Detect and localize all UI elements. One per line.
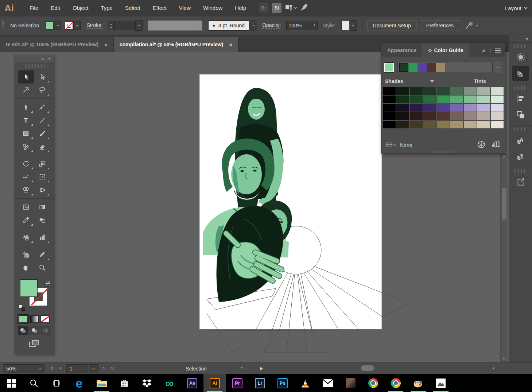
harmony-swatch[interactable]: [427, 63, 436, 72]
stroke-label[interactable]: Stroke:: [86, 22, 102, 29]
none-mode-button[interactable]: [40, 315, 50, 323]
close-panel-icon[interactable]: ×: [48, 56, 51, 61]
shade-swatch[interactable]: [464, 96, 477, 103]
shade-swatch[interactable]: [477, 96, 490, 103]
screen-mode-button[interactable]: [29, 340, 40, 349]
draw-inside-button[interactable]: [40, 326, 51, 335]
shade-swatch[interactable]: [477, 87, 490, 95]
shade-swatch[interactable]: [410, 121, 423, 128]
taskbar-chrome-2-icon[interactable]: [384, 374, 407, 392]
brush-dropdown[interactable]: [250, 20, 257, 31]
pen-tool[interactable]: [18, 101, 34, 114]
hand-tool[interactable]: [18, 261, 34, 274]
scroll-down-icon[interactable]: [503, 356, 505, 362]
menu-item-view[interactable]: View: [173, 0, 197, 16]
scroll-right-icon[interactable]: [490, 368, 496, 369]
shade-swatch[interactable]: [477, 104, 490, 112]
arrange-documents-icon[interactable]: [285, 5, 296, 11]
shade-swatch[interactable]: [383, 112, 396, 120]
tab-appearance[interactable]: Appearance: [381, 43, 422, 57]
direct-selection-tool[interactable]: [34, 70, 50, 84]
dock-group-grip[interactable]: [514, 44, 527, 48]
current-color-swatch[interactable]: [384, 63, 394, 72]
zoom-dropdown[interactable]: [35, 364, 44, 373]
style-dropdown[interactable]: [350, 20, 357, 31]
column-graph-tool[interactable]: [34, 231, 50, 244]
tools-panel-grip[interactable]: [24, 64, 45, 68]
taskbar-edge-icon[interactable]: e: [68, 374, 90, 392]
document-tab-2[interactable]: compilation.ai* @ 50% (RGB/GPU Preview)×: [114, 37, 238, 52]
taskbar-file-explorer-icon[interactable]: [90, 374, 113, 392]
draw-normal-button[interactable]: [18, 326, 28, 335]
shade-swatch[interactable]: [491, 96, 504, 103]
shade-swatch[interactable]: [437, 112, 450, 120]
dock-color-icon[interactable]: [512, 50, 529, 65]
symbol-sprayer-tool[interactable]: [18, 231, 34, 244]
slice-tool[interactable]: [34, 248, 50, 261]
zoom-tool[interactable]: [34, 261, 50, 274]
stroke-swatch[interactable]: [65, 22, 73, 30]
harmony-colors-bar[interactable]: [397, 62, 493, 73]
shade-swatch[interactable]: [450, 87, 463, 95]
next-artboard-button[interactable]: [99, 365, 107, 373]
shade-swatch[interactable]: [464, 87, 477, 95]
limit-to-swatch-library-icon[interactable]: [386, 143, 396, 148]
default-fill-stroke-icon[interactable]: [19, 305, 25, 311]
blend-tool[interactable]: [34, 214, 50, 227]
shade-swatch[interactable]: [396, 104, 409, 112]
artboard-dropdown[interactable]: [89, 364, 98, 373]
taskbar-chrome-icon[interactable]: [362, 374, 384, 392]
shade-swatch[interactable]: [491, 87, 504, 95]
width-tool[interactable]: [18, 170, 34, 183]
dock-paragraph-styles-icon[interactable]: ¶: [512, 149, 529, 164]
taskbar-task-view-icon[interactable]: [45, 374, 68, 392]
menu-item-window[interactable]: Window: [197, 0, 229, 16]
taskbar-start-icon[interactable]: [0, 374, 23, 392]
shade-swatch[interactable]: [491, 104, 504, 112]
shades-label[interactable]: Shades: [385, 78, 403, 84]
taskbar-store-icon[interactable]: [113, 374, 136, 392]
shade-swatch[interactable]: [410, 104, 423, 112]
taskbar-lightroom-icon[interactable]: Lr: [249, 374, 271, 392]
first-artboard-button[interactable]: [48, 365, 56, 373]
fill-color-control[interactable]: [46, 21, 61, 30]
gpu-performance-icon[interactable]: [300, 3, 308, 13]
shade-swatch[interactable]: [464, 121, 477, 128]
control-bar-grip[interactable]: [2, 20, 4, 31]
eraser-tool[interactable]: [34, 140, 50, 153]
document-tab-1[interactable]: te eds.ai* @ 100% (RGB/GPU Preview)×: [0, 37, 114, 52]
save-to-swatches-icon[interactable]: [492, 141, 501, 149]
shade-swatch[interactable]: [410, 96, 423, 103]
stroke-weight-dropdown[interactable]: [135, 20, 143, 31]
taskbar-premiere-icon[interactable]: Pr: [226, 374, 249, 392]
shade-swatch[interactable]: [410, 87, 423, 95]
stroke-color-control[interactable]: [65, 21, 81, 30]
rectangle-tool[interactable]: [18, 127, 34, 140]
paintbrush-tool[interactable]: [34, 127, 50, 140]
taskbar-vlc-icon[interactable]: [294, 374, 317, 392]
harmony-rules-dropdown[interactable]: [493, 62, 502, 73]
selection-tool[interactable]: [18, 70, 34, 84]
taskbar-mail-icon[interactable]: [317, 374, 339, 392]
harmony-swatch[interactable]: [436, 63, 445, 72]
shade-swatch[interactable]: [491, 121, 504, 128]
perspective-grid-tool[interactable]: [34, 183, 50, 197]
rotate-tool[interactable]: [18, 157, 34, 170]
shades-dropdown-icon[interactable]: [430, 80, 434, 82]
artboard-tool[interactable]: [18, 248, 34, 261]
stock-icon[interactable]: St: [272, 3, 281, 13]
vertical-scroll-thumb[interactable]: [502, 188, 506, 220]
menu-item-type[interactable]: Type: [94, 0, 119, 16]
curvature-tool[interactable]: [34, 101, 50, 114]
shade-swatch[interactable]: [410, 112, 423, 120]
shade-swatch[interactable]: [423, 87, 436, 95]
shade-swatch[interactable]: [464, 112, 477, 120]
menu-item-file[interactable]: File: [23, 0, 44, 16]
shade-swatch[interactable]: [491, 112, 504, 120]
panel-menu-icon[interactable]: [495, 48, 501, 53]
scroll-left-icon[interactable]: [239, 368, 245, 369]
taskbar-photos-icon[interactable]: [430, 374, 452, 392]
dock-character-styles-icon[interactable]: A: [512, 133, 529, 148]
opacity-field[interactable]: 100%: [286, 21, 318, 30]
tab-close-icon[interactable]: ×: [229, 42, 232, 48]
